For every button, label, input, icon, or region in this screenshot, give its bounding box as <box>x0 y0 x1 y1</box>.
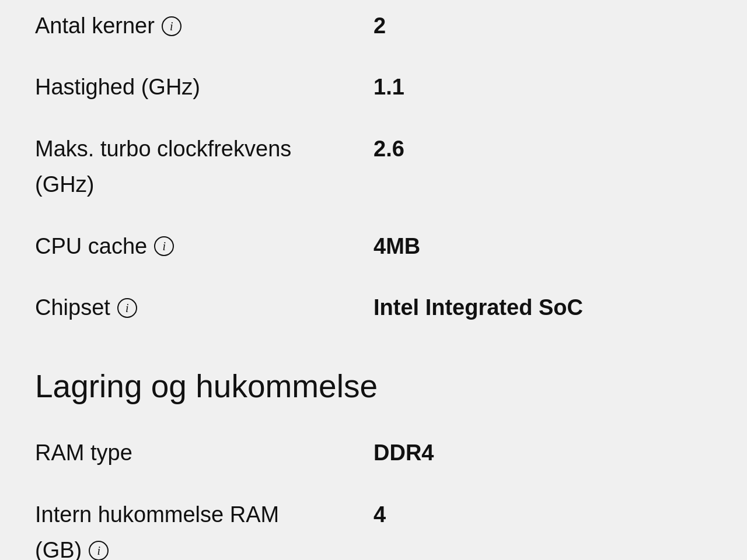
spec-row-hastighed: Hastighed (GHz) 1.1 <box>35 57 712 118</box>
spec-row-ram-type: RAM type DDR4 <box>35 422 712 484</box>
spec-label-hastighed: Hastighed (GHz) <box>35 73 374 102</box>
spec-label-ram-type: RAM type <box>35 439 374 467</box>
spec-row-cpu-cache: CPU cache i 4MB <box>35 216 712 277</box>
spec-row-antal-kerner: Antal kerner i 2 <box>35 12 712 57</box>
hastighed-text: Hastighed (GHz) <box>35 73 200 102</box>
cpu-cache-info-icon[interactable]: i <box>154 236 174 256</box>
spec-value-ram-type: DDR4 <box>374 439 712 467</box>
spec-label-intern-hukommelse: Intern hukommelse RAM (GB) i <box>35 501 374 560</box>
intern-hukommelse-info-icon[interactable]: i <box>89 541 109 560</box>
spec-value-chipset: Intel Integrated SoC <box>374 293 712 322</box>
spec-value-maks-turbo: 2.6 <box>374 135 712 163</box>
antal-kerner-text: Antal kerner <box>35 12 155 40</box>
spec-value-antal-kerner: 2 <box>374 12 712 40</box>
section-title-lagring: Lagring og hukommelse <box>35 368 712 405</box>
spec-row-intern-hukommelse: Intern hukommelse RAM (GB) i 4 <box>35 484 712 560</box>
ram-type-text: RAM type <box>35 439 132 467</box>
antal-kerner-info-icon[interactable]: i <box>162 16 181 36</box>
spec-row-maks-turbo: Maks. turbo clockfrekvens (GHz) 2.6 <box>35 118 712 216</box>
page-container: Antal kerner i 2 Hastighed (GHz) 1.1 Mak… <box>0 0 747 560</box>
intern-hukommelse-line2: (GB) <box>35 536 82 560</box>
chipset-info-icon[interactable]: i <box>117 298 137 318</box>
spec-value-intern-hukommelse: 4 <box>374 501 712 529</box>
spec-value-cpu-cache: 4MB <box>374 232 712 261</box>
spec-label-maks-turbo: Maks. turbo clockfrekvens (GHz) <box>35 135 374 200</box>
intern-hukommelse-line1: Intern hukommelse RAM <box>35 501 279 529</box>
maks-turbo-line2: (GHz) <box>35 170 94 199</box>
spec-label-antal-kerner: Antal kerner i <box>35 12 374 40</box>
chipset-text: Chipset <box>35 293 110 322</box>
spec-label-cpu-cache: CPU cache i <box>35 232 374 261</box>
spec-value-hastighed: 1.1 <box>374 73 712 102</box>
spec-row-chipset: Chipset i Intel Integrated SoC <box>35 277 712 338</box>
spec-label-chipset: Chipset i <box>35 293 374 322</box>
section-header-lagring: Lagring og hukommelse <box>35 338 712 422</box>
maks-turbo-line1: Maks. turbo clockfrekvens <box>35 135 291 163</box>
cpu-cache-text: CPU cache <box>35 232 147 261</box>
